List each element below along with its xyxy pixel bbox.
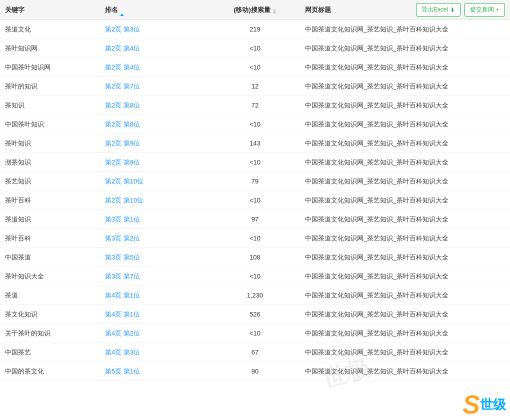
cell-keyword: 茶叶百科 — [5, 234, 105, 243]
cell-title: 中国茶道文化知识网_茶艺知识_茶叶百科知识大全 — [305, 196, 505, 205]
cell-title: 中国茶道文化知识网_茶艺知识_茶叶百科知识大全 — [305, 82, 505, 91]
cell-rank[interactable]: 第4页 第1位 — [105, 291, 205, 300]
table-row: 中国茶叶知识 第2页 第8位 <10 中国茶道文化知识网_茶艺知识_茶叶百科知识… — [0, 115, 510, 134]
col-header-title: 网页标题 — [305, 6, 395, 14]
cell-rank[interactable]: 第4页 第3位 — [105, 348, 205, 357]
cell-search: <10 — [205, 64, 305, 71]
cell-rank[interactable]: 第2页 第4位 — [105, 44, 205, 53]
table-row: 茶艺知识 第2页 第10位 79 中国茶道文化知识网_茶艺知识_茶叶百科知识大全 — [0, 172, 510, 191]
cell-search: 72 — [205, 102, 305, 109]
cell-keyword: 茶道 — [5, 291, 105, 300]
col-header-rank[interactable]: 排名 — [105, 6, 205, 14]
cell-keyword: 茶道文化 — [5, 25, 105, 34]
cell-rank[interactable]: 第2页 第8位 — [105, 101, 205, 110]
logo-s-letter: S — [462, 392, 480, 418]
cell-keyword: 茶文化知识 — [5, 310, 105, 319]
cell-rank[interactable]: 第5页 第1位 — [105, 367, 205, 376]
cell-title: 中国茶道文化知识网_茶艺知识_茶叶百科知识大全 — [305, 215, 505, 224]
header-actions: 导出Excel ⬇ 提交新闻 + — [395, 3, 505, 16]
table-row: 茶道 第4页 第1位 1,230 中国茶道文化知识网_茶艺知识_茶叶百科知识大全 — [0, 286, 510, 305]
cell-rank[interactable]: 第2页 第10位 — [105, 177, 205, 186]
table-row: 茶文化知识 第4页 第1位 526 中国茶道文化知识网_茶艺知识_茶叶百科知识大… — [0, 305, 510, 324]
cell-title: 中国茶道文化知识网_茶艺知识_茶叶百科知识大全 — [305, 348, 505, 357]
cell-rank[interactable]: 第2页 第9位 — [105, 158, 205, 167]
cell-search: <10 — [205, 234, 305, 242]
cell-title: 中国茶道文化知识网_茶艺知识_茶叶百科知识大全 — [305, 234, 505, 243]
table-row: 中国茶叶知识网 第2页 第4位 <10 中国茶道文化知识网_茶艺知识_茶叶百科知… — [0, 58, 510, 77]
cell-rank[interactable]: 第3页 第7位 — [105, 272, 205, 281]
cell-rank[interactable]: 第2页 第4位 — [105, 63, 205, 72]
table-row: 茶道知识 第3页 第1位 97 中国茶道文化知识网_茶艺知识_茶叶百科知识大全 — [0, 210, 510, 229]
cell-search: 143 — [205, 140, 305, 147]
table-row: 茶道文化 第2页 第3位 219 中国茶道文化知识网_茶艺知识_茶叶百科知识大全 — [0, 20, 510, 39]
cell-search: 79 — [205, 178, 305, 185]
table-row: 茶知识 第2页 第8位 72 中国茶道文化知识网_茶艺知识_茶叶百科知识大全 — [0, 96, 510, 115]
cell-search: 67 — [205, 348, 305, 356]
cell-search: <10 — [205, 44, 305, 52]
table-row: 茶叶百科 第2页 第10位 <10 中国茶道文化知识网_茶艺知识_茶叶百科知识大… — [0, 191, 510, 210]
table-row: 中国的茶文化 第5页 第1位 90 中国茶道文化知识网_茶艺知识_茶叶百科知识大… — [0, 362, 510, 381]
cell-keyword: 中国茶艺 — [5, 348, 105, 357]
cell-title: 中国茶道文化知识网_茶艺知识_茶叶百科知识大全 — [305, 25, 505, 34]
logo-area: S 世级 — [445, 389, 510, 420]
cell-search: 526 — [205, 310, 305, 318]
cell-title: 中国茶道文化知识网_茶艺知识_茶叶百科知识大全 — [305, 139, 505, 148]
cell-rank[interactable]: 第2页 第3位 — [105, 25, 205, 34]
table-row: 关于茶叶的知识 第4页 第2位 <10 中国茶道文化知识网_茶艺知识_茶叶百科知… — [0, 324, 510, 343]
cell-search: 90 — [205, 368, 305, 375]
download-icon: ⬇ — [450, 6, 455, 14]
cell-search: 12 — [205, 82, 305, 90]
cell-rank[interactable]: 第3页 第5位 — [105, 253, 205, 262]
export-excel-button[interactable]: 导出Excel ⬇ — [416, 3, 460, 16]
table-header: 关键字 排名 (移动)搜索量 网页标题 导出Excel ⬇ — [0, 0, 510, 20]
table-row: 茶叶知识 第2页 第9位 143 中国茶道文化知识网_茶艺知识_茶叶百科知识大全 — [0, 134, 510, 153]
cell-search: <10 — [205, 330, 305, 337]
cell-keyword: 沏茶知识 — [5, 158, 105, 167]
cell-rank[interactable]: 第2页 第7位 — [105, 82, 205, 91]
cell-keyword: 中国的茶文化 — [5, 367, 105, 376]
cell-search: 1,230 — [205, 292, 305, 299]
cell-rank[interactable]: 第2页 第10位 — [105, 196, 205, 205]
cell-rank[interactable]: 第3页 第2位 — [105, 234, 205, 243]
cell-title: 中国茶道文化知识网_茶艺知识_茶叶百科知识大全 — [305, 158, 505, 167]
cell-search: <10 — [205, 158, 305, 166]
cell-title: 中国茶道文化知识网_茶艺知识_茶叶百科知识大全 — [305, 310, 505, 319]
cell-keyword: 茶道知识 — [5, 215, 105, 224]
cell-title: 中国茶道文化知识网_茶艺知识_茶叶百科知识大全 — [305, 291, 505, 300]
table-row: 沏茶知识 第2页 第9位 <10 中国茶道文化知识网_茶艺知识_茶叶百科知识大全 — [0, 153, 510, 172]
cell-search: 97 — [205, 216, 305, 223]
table-row: 中国茶艺 第4页 第3位 67 中国茶道文化知识网_茶艺知识_茶叶百科知识大全 — [0, 343, 510, 362]
cell-title: 中国茶道文化知识网_茶艺知识_茶叶百科知识大全 — [305, 253, 505, 262]
cell-keyword: 中国茶叶知识网 — [5, 63, 105, 72]
cell-rank[interactable]: 第2页 第8位 — [105, 120, 205, 129]
sort-search-icon — [272, 6, 276, 14]
cell-rank[interactable]: 第4页 第2位 — [105, 329, 205, 338]
cell-title: 中国茶道文化知识网_茶艺知识_茶叶百科知识大全 — [305, 329, 505, 338]
cell-title: 中国茶道文化知识网_茶艺知识_茶叶百科知识大全 — [305, 177, 505, 186]
submit-news-button[interactable]: 提交新闻 + — [464, 3, 505, 16]
table-row: 茶叶知识大全 第3页 第7位 <10 中国茶道文化知识网_茶艺知识_茶叶百科知识… — [0, 267, 510, 286]
cell-search: <10 — [205, 120, 305, 128]
cell-keyword: 茶叶知识大全 — [5, 272, 105, 281]
cell-title: 中国茶道文化知识网_茶艺知识_茶叶百科知识大全 — [305, 44, 505, 53]
cell-keyword: 茶艺知识 — [5, 177, 105, 186]
cell-rank[interactable]: 第3页 第1位 — [105, 215, 205, 224]
cell-rank[interactable]: 第2页 第9位 — [105, 139, 205, 148]
cell-keyword: 茶叶百科 — [5, 196, 105, 205]
cell-title: 中国茶道文化知识网_茶艺知识_茶叶百科知识大全 — [305, 367, 505, 376]
cell-search: <10 — [205, 272, 305, 280]
table-body: 茶道文化 第2页 第3位 219 中国茶道文化知识网_茶艺知识_茶叶百科知识大全… — [0, 20, 510, 381]
col-header-keyword: 关键字 — [5, 6, 105, 14]
cell-title: 中国茶道文化知识网_茶艺知识_茶叶百科知识大全 — [305, 272, 505, 281]
cell-keyword: 茶知识 — [5, 101, 105, 110]
logo-text: 世级 — [480, 398, 506, 411]
cell-title: 中国茶道文化知识网_茶艺知识_茶叶百科知识大全 — [305, 101, 505, 110]
sort-rank-icon — [120, 6, 124, 14]
table-row: 茶叶百科 第3页 第2位 <10 中国茶道文化知识网_茶艺知识_茶叶百科知识大全 — [0, 229, 510, 248]
cell-search: 108 — [205, 254, 305, 261]
table-row: 茶叶知识网 第2页 第4位 <10 中国茶道文化知识网_茶艺知识_茶叶百科知识大… — [0, 39, 510, 58]
col-header-search[interactable]: (移动)搜索量 — [205, 6, 305, 14]
cell-keyword: 中国茶道 — [5, 253, 105, 262]
cell-search: 219 — [205, 26, 305, 33]
cell-rank[interactable]: 第4页 第1位 — [105, 310, 205, 319]
